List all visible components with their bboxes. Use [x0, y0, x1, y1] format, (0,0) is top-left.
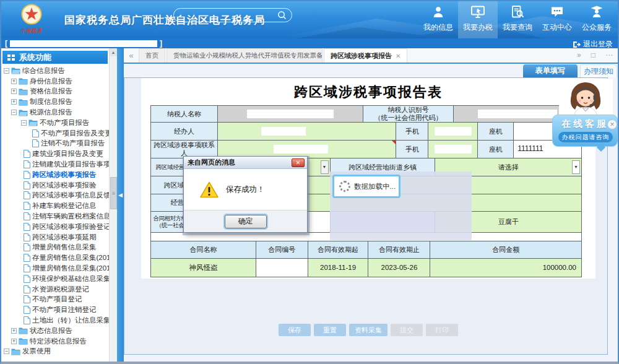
document-tab-1[interactable]: 货物运输业小规模纳税人异地代开增值税专用发票备案✕	[167, 48, 322, 63]
tree-expand-icon[interactable]: +	[11, 339, 17, 344]
tab-handling-notice[interactable]: 办理须知	[580, 64, 617, 77]
dropdown-arrow-icon[interactable]: ▼	[572, 160, 580, 174]
sidebar-item-13[interactable]: 补建车购税登记信息	[2, 201, 109, 211]
sidebar-item-24[interactable]: 土地出（转）让信息采集	[2, 315, 109, 326]
tab-label: 首页	[145, 51, 158, 60]
redacted-value	[274, 145, 328, 154]
document-tab-0[interactable]: 首页	[139, 48, 165, 63]
sidebar-item-4[interactable]: −税源信息报告	[2, 107, 109, 118]
dropdown-arrow-icon[interactable]: ▼	[321, 160, 329, 174]
sidebar-item-9[interactable]: 注销建筑业项目报告事项	[2, 159, 109, 170]
sidebar-item-0[interactable]: −综合信息报告	[2, 66, 109, 76]
service-subtitle-pill[interactable]: 办税问题请咨询	[558, 132, 613, 142]
sidebar-item-label: 跨区域涉税事项延期	[32, 233, 97, 242]
contract-cell-4[interactable]: 100000.00	[430, 259, 582, 277]
sidebar-item-8[interactable]: 建筑业项目报告及变更	[2, 149, 109, 159]
more-tabs-icon[interactable]: ⋯	[605, 51, 613, 59]
service-close-icon[interactable]: ✕	[607, 119, 617, 129]
folder-icon	[19, 88, 28, 95]
nav-item-3[interactable]: 互动中心	[537, 0, 577, 38]
agent-name-input[interactable]	[218, 123, 397, 141]
contract-cell-2[interactable]: 2018-11-19	[308, 259, 369, 277]
collapse-arrow-icon[interactable]: ◀	[118, 192, 123, 198]
tree-expand-icon[interactable]: −	[11, 110, 17, 115]
tab-form-fill[interactable]: 表单填写	[523, 64, 578, 77]
tree-expand-icon[interactable]: +	[11, 89, 17, 94]
nav-item-label: 互动中心	[542, 22, 572, 33]
sidebar-scrollbar[interactable]: ▲	[109, 48, 117, 362]
doc-search-icon	[511, 6, 524, 20]
service-bubble[interactable]: 在线客服 办税问题请咨询	[552, 115, 618, 147]
sidebar-item-2[interactable]: +资格信息报告	[2, 87, 109, 97]
search-input[interactable]	[173, 8, 292, 22]
bracket-open: [	[5, 39, 7, 48]
sidebar-item-21[interactable]: 水资源税税源登记	[2, 284, 109, 295]
agent-label: 经办人	[151, 123, 218, 141]
sidebar-item-5[interactable]: −不动产项目报告	[2, 118, 109, 128]
nav-item-1[interactable]: 我要办税	[458, 0, 498, 38]
action-button-0[interactable]: 保存	[279, 324, 311, 336]
nav-item-0[interactable]: 我的信息	[418, 0, 458, 38]
dialog-close-button[interactable]: ✕	[292, 158, 305, 167]
contact-mobile-input[interactable]	[428, 141, 478, 158]
tree-expand-icon[interactable]: +	[11, 99, 17, 105]
tree-expand-icon[interactable]: +	[11, 328, 17, 334]
scrollbar-thumb[interactable]	[110, 177, 117, 209]
tab-scroll-right[interactable]: »	[577, 51, 581, 59]
sidebar-item-10[interactable]: 跨区域涉税事项报告	[2, 170, 109, 180]
document-icon	[32, 139, 39, 147]
tree-expand-icon[interactable]: −	[4, 68, 9, 74]
sidebar-item-11[interactable]: 跨区域涉税事项报验	[2, 180, 109, 191]
action-button-1[interactable]: 重置	[314, 324, 346, 336]
sidebar-item-27[interactable]: −发票使用	[2, 347, 109, 357]
tree-expand-icon[interactable]: −	[4, 349, 9, 354]
document-icon	[24, 285, 30, 293]
primary-nav: 我的信息我要办税我要查询互动中心公众服务	[418, 0, 617, 38]
sidebar-item-15[interactable]: 跨区域涉税事项报验登记缴销	[2, 222, 109, 232]
sidebar-item-19[interactable]: 增量房销售信息采集(2016)	[2, 263, 109, 274]
contract-cell-3[interactable]: 2023-05-26	[368, 259, 430, 277]
sidebar-item-7[interactable]: 注销不动产项目报告	[2, 139, 109, 149]
folder-icon	[19, 337, 28, 345]
sidebar-collapse-divider[interactable]: ◀	[117, 48, 124, 362]
tab-close-icon[interactable]: ✕	[396, 53, 400, 59]
sidebar-item-26[interactable]: +特定涉税信息报告	[2, 336, 109, 347]
agent-mobile-input[interactable]	[428, 123, 478, 141]
sidebar-item-3[interactable]: +制度信息报告	[2, 97, 109, 107]
sidebar-item-6[interactable]: 不动产项目报告及变更	[2, 128, 109, 139]
sidebar-item-label: 水资源税税源登记	[32, 285, 89, 294]
document-tab-2[interactable]: 跨区域涉税事项报告✕	[324, 48, 407, 63]
loading-box: 数据加载中...	[332, 175, 400, 198]
logo-text: 中国税务	[7, 27, 56, 34]
sidebar-item-14[interactable]: 注销车辆购置税档案信息	[2, 211, 109, 222]
sidebar-item-label: 不动产项目注销登记	[32, 305, 97, 314]
desktop-icon	[470, 6, 485, 20]
sidebar-item-18[interactable]: 存量房销售信息采集(2016)	[2, 253, 109, 263]
sidebar-item-16[interactable]: 跨区域涉税事项延期	[2, 232, 109, 243]
tree-expand-icon[interactable]: −	[21, 120, 27, 126]
sidebar-item-22[interactable]: 不动产项目登记	[2, 295, 109, 305]
document-icon	[24, 306, 30, 314]
grad-user-icon	[590, 6, 604, 20]
contract-cell-1[interactable]	[256, 259, 308, 277]
document-icon	[24, 191, 30, 199]
sidebar-item-17[interactable]: 增量房销售信息采集	[2, 243, 109, 253]
nav-item-4[interactable]: 公众服务	[577, 0, 617, 38]
sidebar-item-1[interactable]: +身份信息报告	[2, 76, 109, 87]
dialog-ok-button[interactable]: 确定	[225, 215, 267, 228]
sidebar-item-20[interactable]: 环境保护税基础信息采集	[2, 274, 109, 284]
sidebar-item-label: 税源信息报告	[30, 108, 72, 117]
tab-scroll-left[interactable]: «	[124, 51, 139, 63]
maximize-icon[interactable]: □	[591, 51, 595, 59]
menu-icon	[7, 54, 15, 61]
sidebar-item-12[interactable]: 跨区域涉税事项信息反馈事项	[2, 191, 109, 201]
document-icon	[24, 233, 30, 241]
sidebar-item-25[interactable]: +状态信息报告	[2, 326, 109, 336]
tree-expand-icon[interactable]: +	[11, 79, 17, 84]
sidebar-item-23[interactable]: 不动产项目注销登记	[2, 305, 109, 315]
action-button-2[interactable]: 资料采集	[349, 324, 387, 336]
contract-cell-0[interactable]: 神风怪盗	[151, 259, 256, 277]
scroll-up-arrow[interactable]: ▲	[110, 48, 117, 56]
nav-item-2[interactable]: 我要查询	[498, 0, 537, 38]
emblem-icon	[21, 4, 42, 25]
